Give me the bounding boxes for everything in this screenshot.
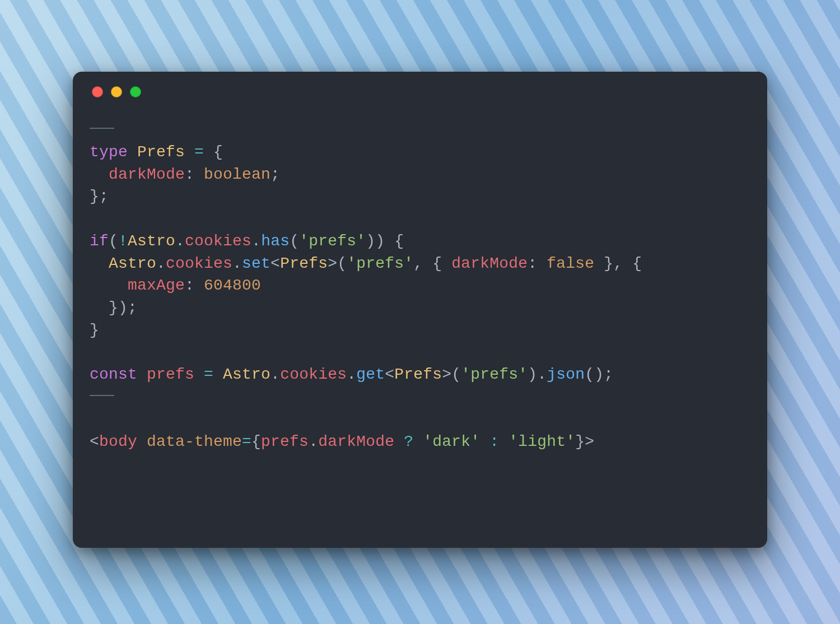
- code-token: {: [204, 143, 223, 161]
- code-token: , {: [413, 255, 451, 272]
- code-token: if: [90, 232, 109, 250]
- code-token: darkMode: [109, 166, 185, 183]
- code-token: >(: [442, 366, 461, 383]
- code-token: }>: [575, 433, 594, 450]
- code-token: .: [251, 232, 261, 250]
- code-token: }, {: [594, 255, 642, 272]
- code-token: });: [90, 299, 137, 316]
- code-token: .: [347, 366, 356, 383]
- code-token: .: [232, 255, 242, 272]
- code-token: Prefs: [394, 366, 442, 383]
- code-token: (: [109, 232, 118, 250]
- code-token: cookies: [280, 366, 347, 383]
- code-token: :: [528, 255, 547, 272]
- code-token: [185, 143, 194, 161]
- code-block: type Prefs = { darkMode: boolean; }; if(…: [90, 119, 750, 453]
- code-token: [213, 366, 223, 383]
- code-token: [90, 277, 128, 294]
- code-token: cookies: [185, 232, 251, 250]
- code-token: Prefs: [137, 143, 185, 161]
- code-token: set: [242, 255, 270, 272]
- code-token: :: [185, 277, 204, 294]
- code-token: get: [356, 366, 385, 383]
- window-close-button[interactable]: [92, 86, 103, 97]
- code-token: [90, 166, 109, 183]
- code-token: 'prefs': [461, 366, 528, 383]
- code-token: <: [90, 433, 99, 450]
- code-token: =: [204, 366, 213, 383]
- code-token: json: [547, 366, 585, 383]
- code-token: Astro: [223, 366, 270, 383]
- code-token: 'prefs': [347, 255, 413, 272]
- code-token: =: [194, 143, 204, 161]
- code-editor-window: type Prefs = { darkMode: boolean; }; if(…: [73, 72, 767, 548]
- code-token: :: [185, 166, 204, 183]
- code-token: data-theme: [147, 433, 242, 450]
- window-minimize-button[interactable]: [111, 86, 122, 97]
- code-token: !: [118, 232, 128, 250]
- code-token: >(: [328, 255, 347, 272]
- code-token: 'light': [508, 433, 575, 450]
- code-token: ;: [270, 166, 280, 183]
- code-token: [499, 433, 508, 450]
- code-token: const: [90, 366, 147, 383]
- code-token: maxAge: [128, 277, 185, 294]
- code-token: 604800: [204, 277, 261, 294]
- code-token: prefs: [147, 366, 194, 383]
- code-token: };: [90, 188, 109, 205]
- code-token: type: [90, 143, 137, 161]
- code-token: (: [290, 232, 299, 250]
- code-token: [413, 433, 423, 450]
- code-token: .: [309, 433, 318, 450]
- code-token: boolean: [204, 166, 270, 183]
- code-token: Astro: [109, 255, 156, 272]
- code-token: =: [242, 433, 251, 450]
- window-zoom-button[interactable]: [130, 86, 141, 97]
- code-token: ?: [404, 433, 413, 450]
- code-token: ).: [528, 366, 547, 383]
- code-token: <: [270, 255, 280, 272]
- code-token: cookies: [166, 255, 232, 272]
- code-token: [480, 433, 489, 450]
- code-token: has: [261, 232, 290, 250]
- code-token: false: [547, 255, 594, 272]
- code-token: darkMode: [451, 255, 528, 272]
- code-token: 'dark': [423, 433, 480, 450]
- code-token: prefs: [261, 433, 309, 450]
- code-token: [194, 366, 204, 383]
- code-token: body: [99, 433, 137, 450]
- code-token: darkMode: [318, 433, 394, 450]
- code-token: .: [270, 366, 280, 383]
- window-traffic-lights: [92, 86, 750, 97]
- code-token: [137, 433, 147, 450]
- code-token: Prefs: [280, 255, 328, 272]
- code-token: <: [385, 366, 394, 383]
- code-token: .: [156, 255, 166, 272]
- code-token: [90, 255, 109, 272]
- frontmatter-fence: [90, 395, 114, 396]
- code-token: ();: [585, 366, 613, 383]
- code-token: .: [175, 232, 185, 250]
- code-token: {: [251, 433, 261, 450]
- code-token: }: [90, 322, 99, 339]
- code-token: :: [489, 433, 499, 450]
- code-token: [394, 433, 404, 450]
- code-token: Astro: [128, 232, 175, 250]
- code-token: 'prefs': [299, 232, 366, 250]
- code-token: )) {: [366, 232, 404, 250]
- frontmatter-fence: [90, 128, 114, 129]
